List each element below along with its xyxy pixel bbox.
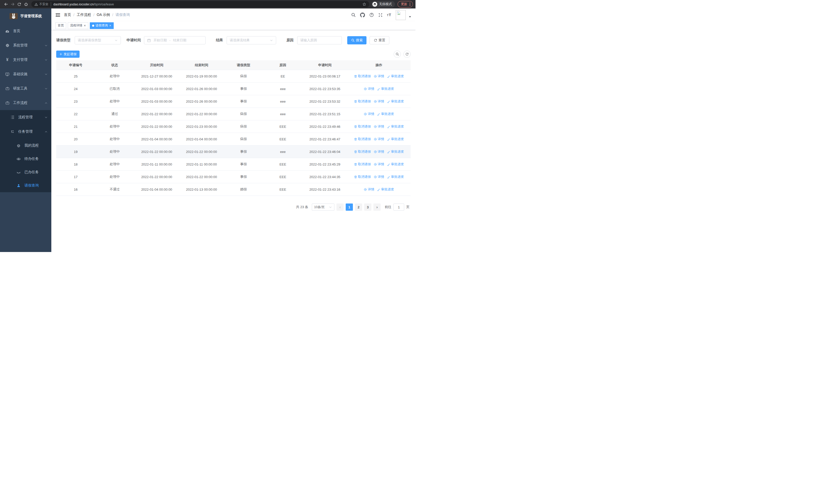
- cell-apply-id: 19: [56, 150, 95, 154]
- sidebar-item-infra[interactable]: 基础设施: [0, 67, 51, 81]
- table-row[interactable]: 23 处理中 2022-01-03 00:00:00 2022-01-26 00…: [56, 95, 411, 108]
- close-icon[interactable]: ×: [84, 24, 86, 27]
- help-icon[interactable]: [369, 12, 374, 17]
- avatar[interactable]: [396, 10, 406, 20]
- approval-progress-link[interactable]: 审批进度: [387, 150, 404, 154]
- goto-page-input[interactable]: [394, 204, 404, 211]
- cancel-leave-link[interactable]: 取消请假: [354, 150, 371, 154]
- collapse-sidebar-icon[interactable]: [55, 13, 60, 17]
- table-row[interactable]: 24 已取消 2022-01-03 00:00:00 2022-01-26 00…: [56, 83, 411, 95]
- refresh-table-button[interactable]: [403, 51, 411, 58]
- approval-progress-link[interactable]: 审批进度: [377, 112, 394, 116]
- approval-progress-link[interactable]: 审批进度: [377, 87, 394, 91]
- sidebar-item-devtools[interactable]: 研发工具: [0, 81, 51, 96]
- approval-progress-link[interactable]: 审批进度: [387, 137, 404, 141]
- page-button-1[interactable]: 1: [346, 204, 353, 211]
- cancel-leave-link[interactable]: 取消请假: [354, 124, 371, 129]
- user-menu-caret-icon[interactable]: [408, 16, 411, 18]
- cell-apply-time: 2022-01-23 00:06:17: [303, 75, 347, 78]
- table-row[interactable]: 16 不通过 2022-01-04 00:00:00 2022-01-13 00…: [56, 183, 411, 196]
- github-icon[interactable]: [360, 12, 365, 18]
- cancel-leave-link[interactable]: 取消请假: [354, 162, 371, 167]
- apply-time-range-input[interactable]: 开始日期 - 结束日期: [144, 36, 206, 45]
- breadcrumb-item[interactable]: 首页: [64, 12, 71, 17]
- reset-button[interactable]: 重置: [370, 36, 389, 45]
- sidebar-item-leave-query[interactable]: 请假查询: [0, 179, 51, 192]
- home-icon[interactable]: [23, 1, 29, 8]
- leave-type-select[interactable]: 请选择请假类型: [75, 36, 121, 45]
- result-select[interactable]: 请选择流结果: [227, 36, 276, 45]
- breadcrumb-item[interactable]: 工作流程: [77, 12, 91, 17]
- page-button-3[interactable]: 3: [364, 204, 371, 211]
- back-icon[interactable]: [3, 1, 9, 8]
- toggle-search-button[interactable]: [394, 51, 401, 58]
- approval-progress-link[interactable]: 审批进度: [387, 175, 404, 179]
- menu-kebab-icon[interactable]: [409, 3, 410, 6]
- tab-process-detail[interactable]: 流程详情 ×: [68, 22, 88, 29]
- fullscreen-icon[interactable]: [378, 13, 383, 17]
- approval-progress-link[interactable]: 审批进度: [387, 74, 404, 79]
- table-row[interactable]: 25 处理中 2021-12-27 00:00:00 2022-01-19 00…: [56, 70, 411, 83]
- page-size-select[interactable]: 10条/页: [312, 204, 335, 211]
- detail-link[interactable]: 详情: [374, 99, 384, 104]
- cell-end-time: 2022-01-26 00:00:00: [179, 87, 224, 91]
- table-row[interactable]: 19 处理中 2022-01-22 00:00:00 2022-01-22 00…: [56, 146, 411, 158]
- incognito-badge: 无痕模式: [371, 1, 395, 7]
- detail-link[interactable]: 详情: [374, 175, 384, 179]
- sidebar-item-home[interactable]: 首页: [0, 24, 51, 38]
- detail-link[interactable]: 详情: [374, 150, 384, 154]
- address-bar[interactable]: 不安全 dashboard.yudao.iocoder.cn/bpm/oa/le…: [31, 1, 369, 7]
- detail-link[interactable]: 详情: [374, 137, 384, 141]
- search-icon[interactable]: [351, 12, 356, 17]
- sidebar-item-done-tasks[interactable]: 已办任务: [0, 166, 51, 179]
- detail-link[interactable]: 详情: [364, 87, 374, 91]
- cancel-leave-link[interactable]: 取消请假: [354, 137, 371, 141]
- cell-reason: EEE: [263, 162, 302, 166]
- sidebar-item-my-process[interactable]: 我的流程: [0, 139, 51, 152]
- prev-page-button[interactable]: ‹: [337, 204, 344, 211]
- detail-link[interactable]: 详情: [374, 124, 384, 129]
- tab-home[interactable]: 首页: [55, 22, 66, 29]
- sidebar-item-todo-tasks[interactable]: 待办任务: [0, 152, 51, 166]
- breadcrumb-item[interactable]: OA 示例: [97, 12, 110, 17]
- approval-progress-link[interactable]: 审批进度: [387, 124, 404, 129]
- table-row[interactable]: 21 处理中 2022-01-22 00:00:00 2022-01-23 00…: [56, 120, 411, 133]
- detail-link[interactable]: 详情: [374, 162, 384, 167]
- approval-progress-link[interactable]: 审批进度: [387, 99, 404, 104]
- table-row[interactable]: 17 处理中 2022-01-22 00:00:00 2022-01-22 00…: [56, 171, 411, 183]
- cancel-leave-link[interactable]: 取消请假: [354, 175, 371, 179]
- table-row[interactable]: 20 处理中 2022-01-04 00:00:00 2022-01-04 00…: [56, 133, 411, 146]
- sidebar-item-payment[interactable]: ¥ 支付管理: [0, 53, 51, 67]
- tab-leave-query[interactable]: 请假查询 ×: [90, 22, 114, 29]
- close-icon[interactable]: ×: [109, 24, 111, 27]
- approval-progress-link[interactable]: 审批进度: [377, 187, 394, 192]
- sidebar-item-workflow[interactable]: 工作流程: [0, 96, 51, 110]
- bookmark-star-icon[interactable]: [362, 2, 366, 6]
- app-logo[interactable]: 芋道管理系统: [0, 8, 51, 24]
- update-button[interactable]: 更新: [398, 1, 413, 7]
- reload-icon[interactable]: [16, 1, 23, 8]
- chevron-down-icon: [270, 39, 273, 42]
- broken-image-icon: [397, 11, 405, 15]
- detail-link[interactable]: 详情: [364, 112, 374, 116]
- approval-progress-link[interactable]: 审批进度: [387, 162, 404, 167]
- detail-link[interactable]: 详情: [374, 74, 384, 79]
- next-page-button[interactable]: ›: [373, 204, 381, 211]
- search-button[interactable]: 搜索: [347, 36, 367, 45]
- detail-link[interactable]: 详情: [364, 187, 374, 192]
- sidebar-item-task-mgmt[interactable]: 任务管理: [0, 124, 51, 139]
- table-row[interactable]: 18 处理中 2022-01-11 00:00:00 2022-01-11 00…: [56, 158, 411, 171]
- sidebar-item-process-mgmt[interactable]: 流程管理: [0, 110, 51, 124]
- total-count: 共 23 条: [296, 205, 308, 209]
- font-size-icon[interactable]: TT: [387, 12, 391, 17]
- cancel-leave-link[interactable]: 取消请假: [354, 99, 371, 104]
- forward-icon[interactable]: [9, 1, 16, 8]
- page-button-2[interactable]: 2: [355, 204, 362, 211]
- reason-input[interactable]: 请输入原因: [297, 36, 342, 45]
- cancel-leave-link[interactable]: 取消请假: [354, 74, 371, 79]
- app-title: 芋道管理系统: [20, 14, 42, 19]
- create-leave-button[interactable]: 发起请假: [56, 51, 80, 58]
- sidebar-item-system[interactable]: 系统管理: [0, 38, 51, 53]
- table-row[interactable]: 22 通过 2022-01-22 00:00:00 2022-01-22 00:…: [56, 108, 411, 120]
- cell-end-time: 2022-01-22 00:00:00: [179, 150, 224, 154]
